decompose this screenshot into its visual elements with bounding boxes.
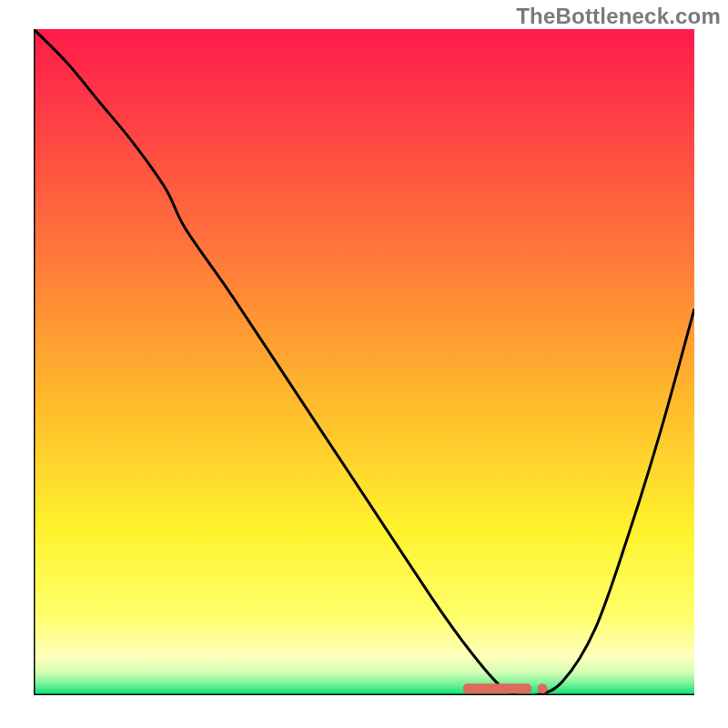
- optimal-range-marker: [463, 683, 531, 693]
- watermark-label: TheBottleneck.com: [516, 4, 721, 29]
- optimal-range-end-dot: [538, 683, 548, 693]
- plot-area: [34, 29, 694, 695]
- marker-layer: [34, 29, 694, 695]
- bottleneck-chart: TheBottleneck.com: [0, 0, 728, 728]
